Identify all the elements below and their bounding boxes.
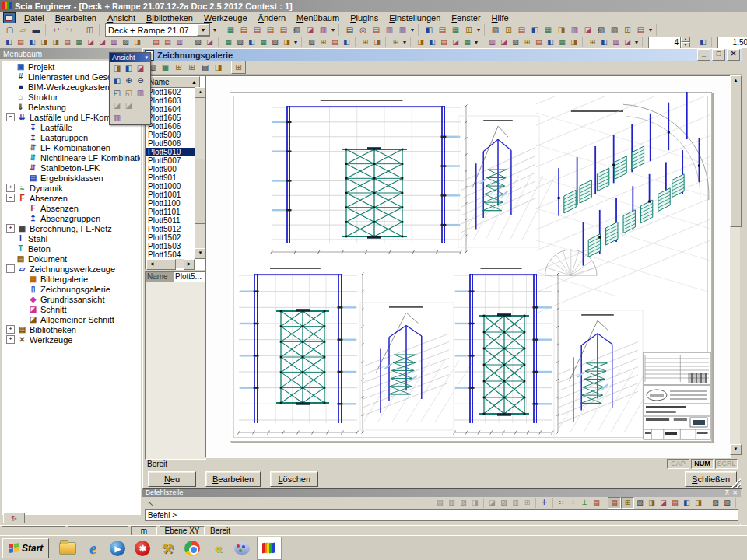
property-row-name[interactable]: Name Plott5... bbox=[146, 272, 205, 282]
menu-plugins[interactable]: Plugins bbox=[345, 12, 384, 24]
filter-a-icon[interactable]: ▥ bbox=[610, 37, 622, 47]
line-segment-icon[interactable]: ▤ bbox=[434, 498, 446, 508]
view-window-9-icon[interactable]: ▧ bbox=[594, 24, 608, 36]
view-window-5-icon[interactable]: ▦ bbox=[542, 24, 555, 36]
tree-item-lf-kombinationen[interactable]: ⇵LF-Kombinationen bbox=[2, 142, 140, 152]
menu-werkzeuge[interactable]: Werkzeuge bbox=[198, 12, 253, 24]
tree-item-dynamik[interactable]: +≈Dynamik bbox=[2, 183, 140, 193]
save-icon[interactable]: ▬ bbox=[30, 24, 43, 36]
tree-item-werkzeuge[interactable]: +✕Werkzeuge bbox=[2, 334, 140, 345]
view-window-12-icon[interactable]: ▤ bbox=[634, 24, 647, 36]
scroll-thumb[interactable] bbox=[156, 259, 176, 270]
group-drop-icon[interactable]: ▾ bbox=[633, 39, 640, 46]
mirror-tool-icon[interactable]: ▧ bbox=[269, 37, 281, 47]
tree-item-allgemeiner-schnitt[interactable]: ◪Allgemeiner Schnitt bbox=[2, 314, 140, 324]
menu-ändern[interactable]: Ändern bbox=[253, 12, 291, 24]
stop-hand-taskbar-icon[interactable]: ✱ bbox=[132, 538, 153, 558]
page-preview-icon[interactable]: ▥ bbox=[396, 24, 409, 36]
multicopy-tool-icon[interactable]: ◧ bbox=[246, 37, 258, 47]
plot-list-item[interactable]: Plott1605 bbox=[146, 114, 195, 122]
plot-list-item[interactable]: Plott900 bbox=[146, 165, 195, 173]
color-palette-taskbar-icon[interactable] bbox=[232, 538, 252, 558]
combo-drop-icon[interactable]: ▼ bbox=[197, 24, 209, 36]
collapse-icon[interactable]: − bbox=[6, 264, 15, 273]
group-drop-icon[interactable]: ▾ bbox=[409, 26, 416, 33]
axonometric-view-icon[interactable]: ◧ bbox=[111, 75, 123, 86]
reject-point-icon[interactable]: ▥ bbox=[510, 498, 521, 508]
new-document-icon[interactable]: ▢ bbox=[3, 24, 16, 36]
print-plot-icon[interactable]: ▤ bbox=[198, 61, 212, 73]
tree-item-dokument[interactable]: ▤Dokument bbox=[2, 254, 140, 264]
plot-list-item[interactable]: Plott5010 bbox=[146, 148, 195, 156]
snap-perpendicular-icon[interactable]: ◪ bbox=[658, 498, 669, 508]
tree-item-stahlbeton-lfk[interactable]: ⇵Stahlbeton-LFK bbox=[2, 163, 140, 173]
plot-list-item[interactable]: Plott1504 bbox=[146, 250, 195, 259]
clipboard-icon[interactable]: ▤ bbox=[277, 24, 290, 36]
zoom_steps-spinner[interactable]: 4▲▼ bbox=[648, 37, 681, 49]
collapse-icon[interactable]: − bbox=[6, 194, 15, 202]
engineering-report-icon[interactable]: ▥ bbox=[383, 24, 396, 36]
snap-settings-icon[interactable]: ▤ bbox=[591, 498, 602, 508]
zoom-out-icon[interactable]: ⊖ bbox=[135, 75, 146, 86]
move-point-icon[interactable]: ▧ bbox=[498, 498, 510, 508]
undo-icon[interactable]: ↩ bbox=[50, 24, 63, 36]
ortho-mode-icon[interactable]: ⊥ bbox=[579, 498, 591, 508]
document-composer-icon[interactable]: ▥ bbox=[317, 24, 330, 36]
menu-bearbeiten[interactable]: Bearbeiten bbox=[50, 12, 102, 24]
plot-list-item[interactable]: Plott1603 bbox=[146, 96, 195, 105]
scroll-down-icon[interactable]: ▼ bbox=[195, 248, 206, 259]
explorer-folder-taskbar-icon[interactable] bbox=[58, 538, 78, 558]
image-gallery-icon[interactable]: ▤ bbox=[370, 24, 383, 36]
arc-segment-icon[interactable]: ▧ bbox=[458, 498, 469, 508]
filter-b-icon[interactable]: ◪ bbox=[622, 37, 633, 47]
polyline-edit-icon[interactable]: ⊞ bbox=[390, 37, 402, 47]
snap-endpoint-2-icon[interactable]: ⊞ bbox=[621, 497, 634, 509]
plot-list-item[interactable]: Plott5012 bbox=[146, 225, 195, 233]
plot-list-item[interactable]: Plott1001 bbox=[146, 191, 195, 199]
hatching-icon[interactable]: ▧ bbox=[290, 24, 303, 36]
close-all-panels-icon[interactable]: ◫ bbox=[83, 24, 96, 36]
panel-bottom-tab[interactable]: ¶▪ bbox=[3, 513, 25, 523]
arbitrary-member-icon[interactable]: ◪ bbox=[85, 37, 96, 47]
snap-nearest-icon[interactable]: ◧ bbox=[681, 498, 693, 508]
close-dialog-button[interactable]: Schließen bbox=[685, 471, 737, 487]
snap-intersection-icon[interactable]: ▧ bbox=[634, 498, 646, 508]
expand-icon[interactable]: + bbox=[6, 335, 15, 344]
dialog-titlebar[interactable]: Zeichnungsgalerie _ □ ✕ bbox=[143, 49, 742, 61]
plot-list-item[interactable]: Plott1604 bbox=[146, 105, 195, 114]
extend-tool-icon[interactable]: ◨ bbox=[371, 37, 383, 47]
window-view-3-icon[interactable]: ▤ bbox=[329, 37, 341, 47]
save-plot-icon[interactable]: ◨ bbox=[212, 61, 225, 73]
member-prop-3-icon[interactable]: ▧ bbox=[510, 37, 521, 47]
member-prop-5-icon[interactable]: ▤ bbox=[533, 37, 545, 47]
scroll-thumb[interactable] bbox=[730, 86, 742, 227]
rectangle-tool-icon[interactable]: ▤ bbox=[438, 37, 450, 47]
previous-view-icon[interactable]: ◪ bbox=[111, 100, 123, 111]
resize-grip[interactable] bbox=[731, 478, 741, 488]
expand-icon[interactable]: + bbox=[6, 184, 15, 192]
render-view-icon[interactable]: ▤ bbox=[251, 24, 264, 36]
plate-tool-icon[interactable]: ◧ bbox=[26, 37, 38, 47]
open-project-icon[interactable]: ▱ bbox=[16, 24, 30, 36]
line-tool-icon[interactable]: ◨ bbox=[415, 37, 426, 47]
top-view-icon[interactable]: ◨ bbox=[111, 63, 123, 74]
plot-list-item[interactable]: Plott1503 bbox=[146, 242, 195, 250]
connect-members-icon[interactable]: ▦ bbox=[224, 24, 237, 36]
group-drop-icon[interactable]: ▾ bbox=[473, 39, 479, 46]
view-window-7-icon[interactable]: ▥ bbox=[568, 24, 581, 36]
property-value[interactable]: Plott5... bbox=[174, 272, 205, 282]
expand-icon[interactable]: + bbox=[6, 224, 15, 233]
tree-item-zeichnungsgalerie[interactable]: ▯Zeichnungsgalerie bbox=[2, 284, 140, 294]
paint-tools-taskbar-icon[interactable]: ⚒ bbox=[157, 538, 177, 558]
accept-point-icon[interactable]: ⊞ bbox=[521, 498, 533, 508]
view-window-10-icon[interactable]: ▧ bbox=[608, 24, 621, 36]
close-button[interactable]: ✕ bbox=[727, 49, 740, 61]
list-header[interactable]: Name ▲ bbox=[146, 76, 200, 88]
plot-list-item[interactable]: Plott1502 bbox=[146, 233, 195, 242]
tree-item-berechnung-fe-netz[interactable]: +▦Berechnung, FE-Netz bbox=[2, 223, 140, 233]
copy-additional-data-icon[interactable]: ▤ bbox=[264, 24, 277, 36]
opening-tool-icon[interactable]: ◨ bbox=[50, 37, 61, 47]
print-icon[interactable]: ▤ bbox=[343, 24, 356, 36]
window-view-1-icon[interactable]: ▧ bbox=[306, 37, 317, 47]
tree-item-absenzen[interactable]: FAbsenzen bbox=[2, 203, 140, 213]
